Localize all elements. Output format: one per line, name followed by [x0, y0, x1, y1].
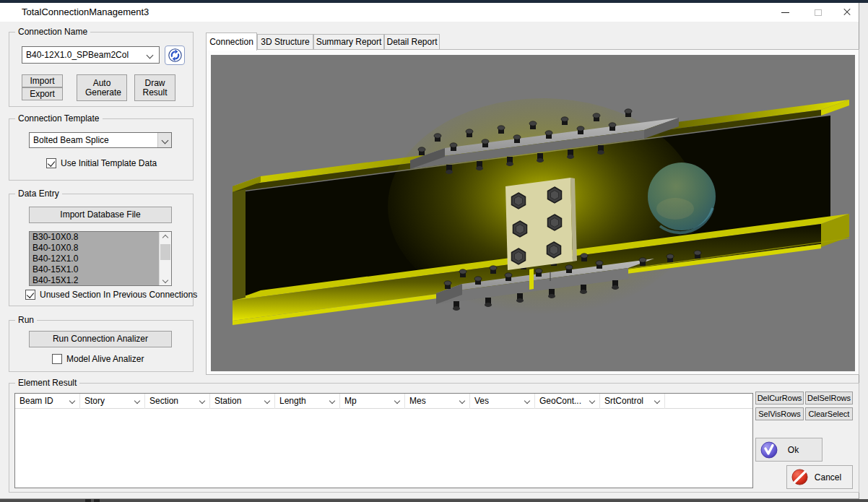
column-label: Section — [149, 396, 178, 406]
chevron-down-icon — [161, 137, 168, 144]
close-button[interactable] — [835, 3, 859, 22]
cancel-label: Cancel — [808, 472, 848, 482]
filter-chevron-icon[interactable] — [589, 398, 595, 404]
checkbox-label: Use Initial Template Data — [61, 158, 157, 168]
connection-template-combo[interactable]: Bolted Beam Splice — [29, 132, 172, 148]
column-header-ves[interactable]: Ves — [470, 394, 535, 409]
filter-chevron-icon[interactable] — [69, 398, 75, 404]
run-connection-analizer-label: Run Connection Analizer — [53, 334, 148, 344]
column-header-length[interactable]: Length — [275, 394, 340, 409]
column-label: Length — [279, 396, 306, 406]
checkbox-box[interactable] — [52, 354, 62, 364]
group-run-label: Run — [15, 315, 37, 325]
tab-label: Summary Report — [316, 37, 382, 47]
column-header-mes[interactable]: Mes — [405, 394, 470, 409]
auto-generate-button[interactable]: Auto Generate — [77, 74, 127, 101]
column-label: Mes — [409, 396, 426, 406]
filter-chevron-icon[interactable] — [329, 398, 335, 404]
chevron-down-icon[interactable] — [147, 52, 154, 59]
del-cur-rows-button[interactable]: DelCurRows — [755, 391, 804, 404]
tab-summary-report[interactable]: Summary Report — [313, 34, 384, 50]
group-element-result-label: Element Result — [15, 378, 79, 388]
column-header-beam-id[interactable]: Beam ID — [15, 394, 80, 409]
list-item[interactable]: B40-15X1.0 — [30, 264, 171, 275]
list-item[interactable]: B40-12X1.0 — [30, 254, 171, 264]
import-database-file-button[interactable]: Import Database File — [29, 207, 172, 223]
tab-detail-report[interactable]: Detail Report — [384, 34, 440, 50]
del-sel-rows-label: DelSelRows — [807, 394, 851, 403]
filter-chevron-icon[interactable] — [394, 398, 400, 404]
filter-chevron-icon[interactable] — [524, 398, 530, 404]
recycle-refresh-icon — [168, 48, 182, 62]
list-item[interactable]: B40-10X0.8 — [30, 243, 171, 254]
del-sel-rows-button[interactable]: DelSelRows — [805, 391, 853, 404]
minimize-icon — [781, 12, 789, 13]
group-connection-template: Connection Template — [9, 118, 194, 181]
3d-model-render — [211, 55, 855, 371]
column-header-station[interactable]: Station — [210, 394, 275, 409]
maximize-button[interactable] — [802, 3, 835, 22]
filter-chevron-icon[interactable] — [134, 398, 140, 404]
column-label: Ves — [474, 396, 489, 406]
listbox-scrollbar[interactable] — [159, 232, 171, 285]
model-alive-analizer-checkbox[interactable]: Model Alive Analizer — [52, 354, 144, 364]
combo-dropdown-button[interactable] — [157, 133, 171, 147]
tab-label: Connection — [209, 37, 253, 47]
connection-name-combo[interactable]: B40-12X1.0_SPBeam2Col — [22, 46, 160, 64]
group-connection-name-label: Connection Name — [15, 27, 90, 37]
column-header-geocont[interactable]: GeoCont... — [535, 394, 600, 409]
checkbox-label: Unused Section In Previous Connections — [40, 290, 197, 300]
clear-select-label: ClearSelect — [809, 410, 850, 419]
column-label: Beam ID — [19, 396, 53, 406]
tab-connection[interactable]: Connection — [206, 33, 257, 51]
3d-viewport[interactable] — [211, 55, 855, 371]
chevron-up-icon — [162, 234, 168, 240]
filter-chevron-icon[interactable] — [654, 398, 660, 404]
column-header-srtcontrol[interactable]: SrtControl — [600, 394, 665, 409]
column-label: Mp — [344, 396, 357, 406]
checkbox-box[interactable] — [25, 290, 35, 300]
element-result-table[interactable]: Beam ID Story Section Station Length Mp … — [14, 393, 753, 488]
column-header-section[interactable]: Section — [145, 394, 210, 409]
sel-vis-rows-button[interactable]: SelVisRows — [755, 407, 804, 420]
auto-generate-label: Auto Generate — [85, 79, 118, 98]
clear-select-button[interactable]: ClearSelect — [805, 407, 853, 420]
tab-3d-structure[interactable]: 3D Structure — [257, 34, 313, 50]
section-listbox[interactable]: B30-10X0.8 B40-10X0.8 B40-12X1.0 B40-15X… — [29, 231, 172, 286]
del-cur-rows-label: DelCurRows — [758, 394, 802, 403]
list-item[interactable]: B40-15X1.2 — [30, 275, 171, 286]
maximize-icon — [815, 9, 822, 16]
scroll-down-button[interactable] — [160, 274, 171, 285]
minimize-button[interactable] — [768, 3, 802, 22]
column-label: Story — [84, 396, 105, 406]
taskbar-icon-fragment — [85, 499, 91, 502]
ok-button[interactable]: Ok — [755, 438, 823, 462]
filter-chevron-icon[interactable] — [264, 398, 270, 404]
close-icon — [843, 8, 851, 17]
use-initial-template-checkbox[interactable]: Use Initial Template Data — [46, 158, 157, 168]
screen: { "window": { "title": "TotalConnectionM… — [0, 0, 868, 502]
draw-result-button[interactable]: Draw Result — [134, 74, 175, 101]
list-item[interactable]: B30-10X0.8 — [30, 232, 171, 243]
import-button-label: Import — [30, 77, 54, 86]
group-connection-template-label: Connection Template — [15, 113, 103, 124]
cancel-button[interactable]: Cancel — [786, 465, 853, 489]
unused-section-checkbox[interactable]: Unused Section In Previous Connections — [25, 290, 197, 300]
run-connection-analizer-button[interactable]: Run Connection Analizer — [29, 331, 172, 347]
ok-check-icon — [760, 441, 778, 459]
refresh-connections-button[interactable] — [165, 46, 185, 65]
scroll-up-button[interactable] — [160, 232, 171, 243]
scrollbar-thumb[interactable] — [160, 244, 170, 260]
table-header-row: Beam ID Story Section Station Length Mp … — [15, 394, 752, 409]
taskbar-icon-fragment — [94, 499, 100, 502]
column-header-story[interactable]: Story — [80, 394, 145, 409]
filter-chevron-icon[interactable] — [199, 398, 205, 404]
checkbox-box[interactable] — [46, 158, 56, 168]
filter-chevron-icon[interactable] — [459, 398, 465, 404]
column-header-mp[interactable]: Mp — [340, 394, 405, 409]
checkbox-label: Model Alive Analizer — [66, 354, 144, 364]
import-button[interactable]: Import — [22, 74, 63, 87]
export-button[interactable]: Export — [22, 87, 63, 100]
connection-template-combo-value: Bolted Beam Splice — [33, 135, 109, 145]
window-title: TotalConnectionManagement3 — [22, 3, 149, 22]
